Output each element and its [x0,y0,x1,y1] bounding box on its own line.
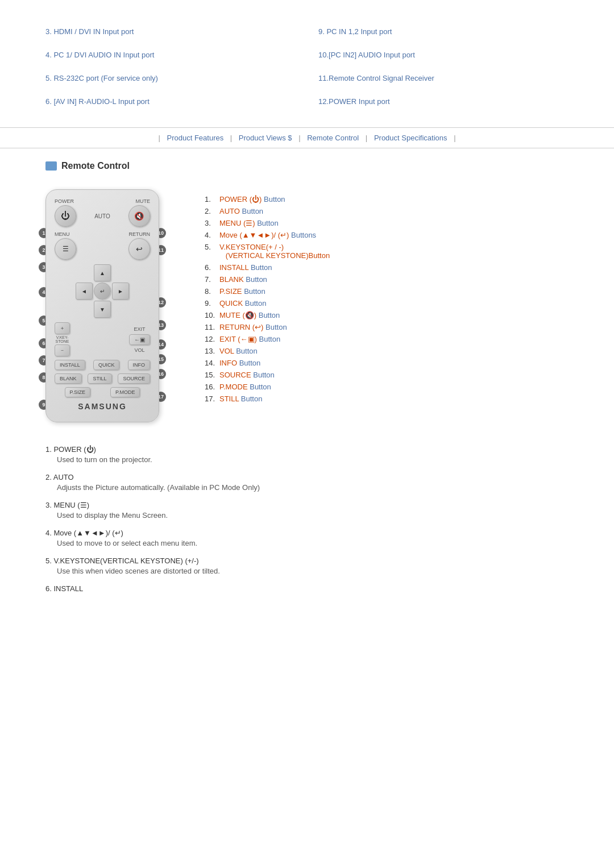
nav-down-button[interactable]: ▼ [94,301,111,318]
nav-up-button[interactable]: ▲ [94,264,111,281]
nav-pipe-right: | [454,134,455,142]
nav-empty-3 [76,301,93,318]
nav-cross: ▲ ◄ ↵ ► ▼ [76,264,129,318]
install-button[interactable]: INSTALL [55,360,85,370]
nav-pipe-left: | [158,134,160,142]
nav-link-specs[interactable]: Product Specifications [374,134,447,142]
nav-link-remote[interactable]: Remote Control [307,134,359,142]
blank-button[interactable]: BLANK [55,373,82,384]
nav-empty-2 [112,264,129,281]
still-button[interactable]: STILL [88,373,111,384]
desc-3: 3. MENU (☰) Used to display the Menu Scr… [45,501,569,520]
btn-item-2: 2. AUTO Button [205,207,569,215]
mute-button[interactable]: 🔇 [128,205,150,227]
nav-left-button[interactable]: ◄ [76,283,93,300]
btn-num-10: 10. [205,311,217,319]
btn-num-6: 6. [205,263,217,272]
port-item-12: 12.POWER Input port [318,93,569,110]
btn-label-4: Move (▲▼◄►)/ (↵) Buttons [219,231,316,239]
top-button-row: ⏻ AUTO 🔇 [55,205,150,227]
row-blank-still-source: BLANK STILL SOURCE [55,373,150,384]
plus-button[interactable]: ＋ [55,322,70,334]
vkey-label: V.KEY-STONE [56,335,69,343]
psize-button[interactable]: P.SIZE [65,387,90,397]
desc-num-2: 2. AUTO [45,473,569,481]
desc-num-5: 5. V.KEYSTONE(VERTICAL KEYSTONE) (+/-) [45,556,569,565]
pmode-button[interactable]: P.MODE [110,387,140,397]
nav-bar: | Product Features | Product Views $ | R… [0,127,614,148]
btn-item-16: 16. P.MODE Button [205,383,569,391]
btn-item-12: 12. EXIT (←▣) Button [205,335,569,343]
nav-center-button[interactable]: ↵ [94,283,111,300]
btn-num-15: 15. [205,371,217,379]
desc-text-4: Used to move to or select each menu item… [45,539,569,547]
exit-button[interactable]: ←▣ [129,334,150,345]
btn-label-11: RETURN (↩) Button [219,323,287,331]
minus-button[interactable]: － [55,344,70,356]
btn-num-14: 14. [205,359,217,367]
btn-num-7: 7. [205,275,217,284]
desc-num-3: 3. MENU (☰) [45,501,569,509]
nav-right-button[interactable]: ► [112,283,129,300]
nav-link-views[interactable]: Product Views $ [239,134,292,142]
btn-num-5: 5. [205,243,217,260]
btn-num-1: 1. [205,195,217,203]
port-item-9: 9. PC IN 1,2 Input port [318,23,569,40]
remote-control-icon [45,161,57,171]
descriptions-section: 1. POWER (⏻) Used to turn on the project… [0,434,614,613]
btn-num-4: 4. [205,231,217,239]
desc-num-6: 6. INSTALL [45,584,569,593]
nav-pipe-3: | [298,134,300,142]
btn-num-17: 17. [205,394,217,403]
btn-item-4: 4. Move (▲▼◄►)/ (↵) Buttons [205,231,569,239]
btn-item-8: 8. P.SIZE Button [205,287,569,296]
quick-button[interactable]: QUICK [93,360,120,370]
menu-return-row: ☰ ↩ [55,238,150,260]
btn-label-9: QUICK Button [219,299,266,308]
main-content: 1 2 3 4 5 6 7 8 9 10 11 12 13 14 15 16 1… [0,178,614,434]
nav-link-features[interactable]: Product Features [167,134,223,142]
btn-num-16: 16. [205,383,217,391]
button-list: 1. POWER (⏻) Button 2. AUTO Button 3. ME… [205,189,569,406]
menu-button[interactable]: ☰ [55,238,76,260]
power-button[interactable]: ⏻ [55,205,76,227]
source-button[interactable]: SOURCE [118,373,150,384]
desc-2: 2. AUTO Adjusts the Picture automaticall… [45,473,569,492]
desc-num-4: 4. Move (▲▼◄►)/ (↵) [45,529,569,537]
port-item-3: 3. HDMI / DVI IN Input port [45,23,296,40]
desc-text-5: Use this when video scenes are distorted… [45,567,569,575]
power-label: POWER [55,198,74,204]
btn-label-15: SOURCE Button [219,371,275,379]
btn-label-6: INSTALL Button [219,263,272,272]
btn-item-10: 10. MUTE (🔇) Button [205,311,569,319]
desc-1: 1. POWER (⏻) Used to turn on the project… [45,445,569,464]
btn-item-14: 14. INFO Button [205,359,569,367]
port-list: 3. HDMI / DVI IN Input port 9. PC IN 1,2… [0,0,614,122]
btn-label-8: P.SIZE Button [219,287,265,296]
nav-empty-1 [76,264,93,281]
port-item-5: 5. RS-232C port (For service only) [45,69,296,87]
btn-num-13: 13. [205,347,217,355]
remote-container: 1 2 3 4 5 6 7 8 9 10 11 12 13 14 15 16 1… [45,189,182,422]
btn-num-8: 8. [205,287,217,296]
return-button[interactable]: ↩ [128,238,150,260]
info-button[interactable]: INFO [128,360,151,370]
desc-num-1: 1. POWER (⏻) [45,445,569,454]
btn-item-11: 11. RETURN (↩) Button [205,323,569,331]
btn-item-7: 7. BLANK Button [205,275,569,284]
btn-num-11: 11. [205,323,217,331]
port-item-10: 10.[PC IN2] AUDIO Input port [318,46,569,64]
btn-item-15: 15. SOURCE Button [205,371,569,379]
desc-4: 4. Move (▲▼◄►)/ (↵) Used to move to or s… [45,529,569,547]
btn-label-7: BLANK Button [219,275,267,284]
port-item-6: 6. [AV IN] R-AUDIO-L Input port [45,93,296,110]
btn-num-9: 9. [205,299,217,308]
button-items: 1. POWER (⏻) Button 2. AUTO Button 3. ME… [205,195,569,403]
auto-label: AUTO [94,213,110,219]
menu-label: MENU [55,231,70,237]
btn-label-3: MENU (☰) Button [219,219,279,227]
port-item-4: 4. PC 1/ DVI AUDIO IN Input port [45,46,296,64]
btn-label-16: P.MODE Button [219,383,271,391]
remote-body: POWER MUTE ⏻ AUTO 🔇 MENU RETURN ☰ [45,189,159,422]
btn-item-9: 9. QUICK Button [205,299,569,308]
